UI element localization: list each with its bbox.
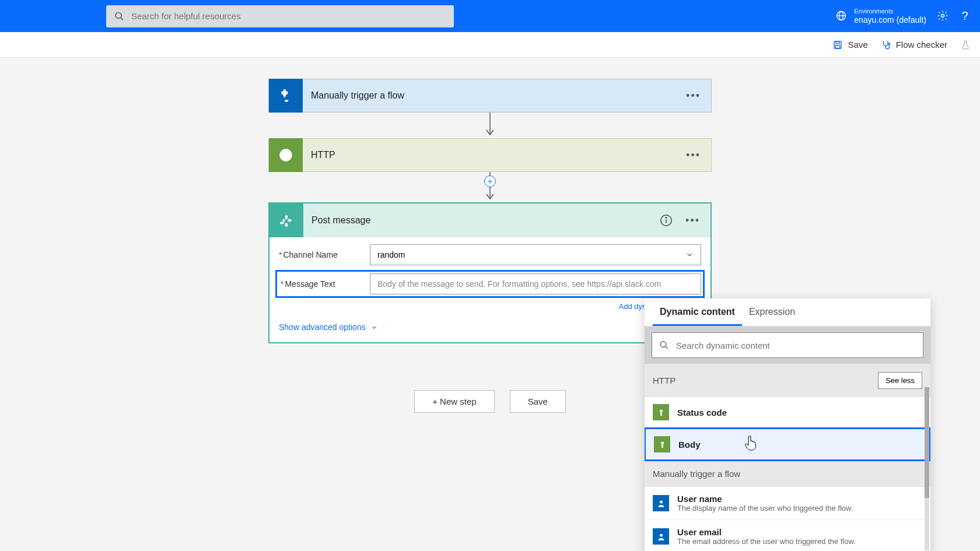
- step-title: Manually trigger a flow: [311, 90, 676, 101]
- search-icon: [659, 340, 669, 350]
- test-button[interactable]: [960, 40, 971, 50]
- more-icon[interactable]: •••: [676, 90, 711, 102]
- token-desc: The email address of the user who trigge…: [677, 537, 856, 546]
- more-icon[interactable]: •••: [676, 149, 711, 162]
- svg-point-24: [660, 500, 663, 503]
- dynamic-search-input[interactable]: [676, 341, 916, 350]
- step-title: HTTP: [311, 150, 676, 160]
- settings-icon[interactable]: [937, 10, 949, 22]
- search-icon: [114, 11, 124, 22]
- step-title: Post message: [312, 215, 657, 226]
- svg-rect-23: [662, 444, 663, 448]
- step-header[interactable]: Post message •••: [270, 203, 710, 237]
- new-step-button[interactable]: + New step: [414, 390, 494, 413]
- trigger-step[interactable]: Manually trigger a flow •••: [268, 79, 712, 113]
- svg-rect-8: [836, 45, 841, 48]
- app-header: Environments enayu.com (default) ?: [0, 0, 980, 32]
- token-group-header: HTTPSee less: [645, 364, 930, 397]
- connector-arrow: [484, 113, 496, 138]
- add-step-icon[interactable]: [484, 176, 496, 187]
- save-flow-button[interactable]: Save: [510, 390, 566, 413]
- svg-rect-7: [836, 41, 839, 44]
- tab-expression[interactable]: Expression: [742, 299, 802, 326]
- svg-point-22: [661, 441, 664, 444]
- message-text-row: *Message Text Body of the message to sen…: [275, 270, 705, 298]
- dynamic-content-popup: Dynamic content Expression HTTPSee less …: [645, 299, 930, 551]
- add-dynamic-content-link[interactable]: Add dynamic content ⚡: [279, 301, 701, 311]
- svg-point-5: [942, 15, 944, 17]
- token-name: Body: [678, 440, 701, 450]
- svg-point-0: [116, 12, 121, 18]
- svg-rect-21: [660, 412, 662, 416]
- dynamic-search[interactable]: [652, 332, 923, 358]
- token-desc: The display name of the user who trigger…: [677, 504, 853, 513]
- svg-point-20: [660, 409, 663, 412]
- environment-icon: [835, 10, 847, 22]
- channel-name-select[interactable]: random: [370, 244, 701, 265]
- search-input[interactable]: [131, 11, 446, 21]
- svg-point-17: [666, 217, 666, 218]
- svg-point-9: [888, 43, 890, 45]
- token-icon: [653, 404, 669, 420]
- show-advanced-link[interactable]: Show advanced options: [279, 322, 701, 332]
- flow-checker-button[interactable]: Flow checker: [881, 40, 947, 50]
- svg-point-18: [660, 342, 666, 348]
- token-name: User name: [677, 494, 853, 504]
- token-list: HTTPSee less Status code BodyManually tr…: [645, 364, 930, 551]
- search-box[interactable]: [106, 5, 454, 27]
- info-icon[interactable]: [657, 214, 675, 227]
- token-name: Status code: [677, 408, 727, 417]
- token-group-header: Manually trigger a flow: [645, 461, 930, 487]
- svg-line-1: [121, 17, 123, 20]
- token-item[interactable]: User nameThe display name of the user wh…: [645, 487, 930, 520]
- see-less-button[interactable]: See less: [878, 372, 922, 389]
- token-item[interactable]: Body: [645, 427, 930, 461]
- connector-arrow: [484, 172, 496, 202]
- token-icon: [654, 436, 670, 452]
- stethoscope-icon: [881, 40, 891, 50]
- token-icon: [653, 528, 669, 545]
- token-name: User email: [677, 527, 856, 537]
- trigger-icon: [269, 79, 303, 113]
- tab-dynamic-content[interactable]: Dynamic content: [653, 299, 742, 326]
- svg-point-25: [660, 534, 663, 536]
- environment-label: Environments: [854, 8, 926, 15]
- chevron-down-icon: [685, 251, 694, 259]
- save-button[interactable]: Save: [832, 40, 867, 50]
- token-item[interactable]: Status code: [645, 397, 930, 428]
- slack-icon: [270, 203, 303, 237]
- token-icon: [653, 495, 669, 511]
- chevron-down-icon: [370, 324, 378, 331]
- http-step[interactable]: HTTP •••: [268, 138, 712, 172]
- environment-picker[interactable]: Environments enayu.com (default): [835, 8, 926, 25]
- more-icon[interactable]: •••: [675, 215, 710, 227]
- message-text-input[interactable]: Body of the message to send. For formatt…: [370, 273, 701, 294]
- save-icon: [832, 40, 843, 50]
- channel-name-label: *Channel Name: [279, 250, 370, 259]
- message-text-label: *Message Text: [279, 279, 370, 289]
- toolbar: Save Flow checker: [0, 32, 980, 58]
- scrollbar[interactable]: [925, 387, 929, 550]
- environment-name: enayu.com (default): [854, 15, 926, 25]
- token-item[interactable]: User emailThe email address of the user …: [645, 520, 930, 551]
- help-icon[interactable]: ?: [959, 10, 971, 22]
- svg-line-19: [666, 346, 668, 349]
- http-icon: [269, 138, 303, 172]
- flask-icon: [960, 40, 971, 50]
